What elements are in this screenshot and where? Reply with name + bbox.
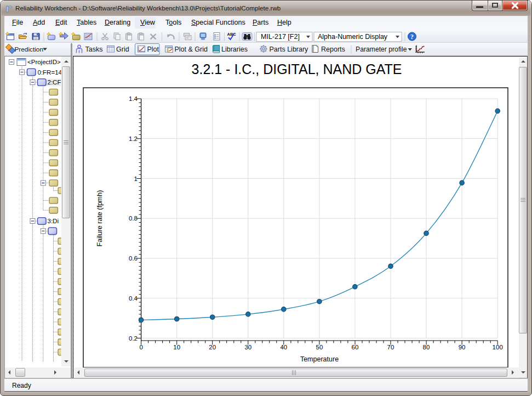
svg-text:2:CF: 2:CF <box>48 79 61 86</box>
svg-text:3:Di: 3:Di <box>48 218 59 224</box>
svg-text:<ProjectID>: <ProjectID> <box>27 59 61 65</box>
svg-text:0:FR=14: 0:FR=14 <box>38 69 62 76</box>
